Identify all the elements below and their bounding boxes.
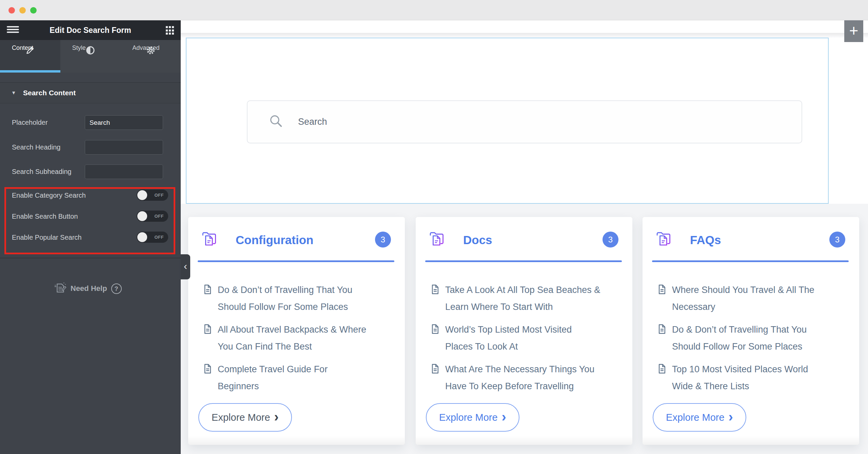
doc-page-icon bbox=[431, 364, 439, 395]
toggle-knob bbox=[137, 190, 147, 200]
doc-title: Take A Look At All Top Sea Beaches & Lea… bbox=[445, 281, 600, 315]
tab-style-label: Style bbox=[72, 42, 86, 54]
folder-docs-icon bbox=[201, 231, 219, 249]
contrast-icon bbox=[86, 46, 95, 55]
card-title[interactable]: Configuration bbox=[236, 231, 313, 249]
toggle-state: OFF bbox=[155, 190, 164, 201]
card-divider bbox=[652, 260, 849, 262]
tab-content[interactable]: Content bbox=[0, 40, 60, 73]
toggle-row-category-search: Enable Category Search OFF bbox=[0, 190, 181, 201]
doc-title: Complete Travel Guide For Beginners bbox=[218, 361, 328, 395]
chevron-left-icon: ‹ bbox=[184, 260, 187, 272]
card-divider bbox=[425, 260, 622, 262]
widgets-grid-icon[interactable] bbox=[166, 26, 175, 35]
window-minimize-button[interactable] bbox=[19, 7, 26, 14]
tab-content-label: Content bbox=[12, 42, 33, 54]
enable-popular-search-label: Enable Popular Search bbox=[12, 232, 82, 243]
need-help-link[interactable]: Need Help ? bbox=[54, 281, 122, 296]
panel-tabs: Content Style Advanced bbox=[0, 40, 181, 73]
doc-title: Top 10 Most Visited Places World Wide & … bbox=[672, 361, 808, 395]
placeholder-label: Placeholder bbox=[12, 115, 48, 130]
doc-list-item[interactable]: Top 10 Most Visited Places World Wide & … bbox=[658, 361, 848, 395]
doc-list: Take A Look At All Top Sea Beaches & Lea… bbox=[431, 281, 621, 400]
enable-category-search-toggle[interactable]: OFF bbox=[137, 190, 168, 201]
folder-docs-icon bbox=[655, 231, 674, 249]
enable-search-button-toggle[interactable]: OFF bbox=[137, 211, 168, 222]
document-pencil-icon bbox=[54, 282, 66, 295]
enable-search-button-label: Enable Search Button bbox=[12, 211, 78, 222]
add-section-button[interactable]: + bbox=[844, 20, 863, 42]
search-subheading-label: Search Subheading bbox=[12, 164, 72, 179]
search-placeholder-text: Search bbox=[298, 117, 327, 127]
folder-docs-icon bbox=[429, 231, 447, 249]
field-row-placeholder: Placeholder bbox=[0, 115, 181, 130]
doc-page-icon bbox=[658, 364, 666, 395]
doc-list-item[interactable]: World’s Top Listed Most Visited Places T… bbox=[431, 321, 621, 355]
search-heading-input[interactable] bbox=[85, 140, 163, 155]
chevron-right-icon: › bbox=[729, 409, 733, 425]
field-row-search-subheading: Search Subheading bbox=[0, 164, 181, 179]
doc-list-item[interactable]: Do & Don’t of Travelling That You Should… bbox=[658, 321, 848, 355]
doc-page-icon bbox=[204, 284, 212, 315]
enable-popular-search-toggle[interactable]: OFF bbox=[137, 232, 168, 243]
card-title[interactable]: Docs bbox=[463, 231, 492, 249]
doc-category-card-configuration: Configuration 3 Do & Don’t of Travelling… bbox=[188, 217, 405, 445]
doc-list: Do & Don’t of Travelling That You Should… bbox=[204, 281, 394, 400]
placeholder-input[interactable] bbox=[85, 115, 163, 130]
doc-search-input[interactable]: Search bbox=[247, 100, 802, 143]
doc-page-icon bbox=[431, 284, 439, 315]
search-heading-label: Search Heading bbox=[12, 140, 60, 155]
explore-more-button[interactable]: Explore More › bbox=[426, 403, 519, 432]
tab-advanced[interactable]: Advanced bbox=[120, 40, 181, 73]
explore-more-label: Explore More bbox=[666, 412, 724, 423]
toggle-state: OFF bbox=[155, 211, 164, 222]
window-title-bar bbox=[0, 0, 868, 20]
doc-page-icon bbox=[204, 364, 212, 395]
doc-list: Where Should You Travel & All The Necess… bbox=[658, 281, 848, 400]
doc-title: World’s Top Listed Most Visited Places T… bbox=[445, 321, 572, 355]
search-subheading-input[interactable] bbox=[85, 164, 163, 179]
card-title[interactable]: FAQs bbox=[690, 231, 721, 249]
window-close-button[interactable] bbox=[8, 7, 15, 14]
doc-list-item[interactable]: What Are The Necessary Things You Have T… bbox=[431, 361, 621, 395]
explore-more-button[interactable]: Explore More › bbox=[653, 403, 746, 432]
doc-page-icon bbox=[658, 284, 666, 315]
panel-title: Edit Doc Search Form bbox=[0, 20, 181, 40]
chevron-right-icon: › bbox=[274, 409, 279, 425]
toggle-state: OFF bbox=[155, 232, 164, 243]
doc-category-card-docs: Docs 3 Take A Look At All Top Sea Beache… bbox=[416, 217, 632, 445]
explore-more-button[interactable]: Explore More › bbox=[198, 403, 292, 432]
toggle-row-popular-search: Enable Popular Search OFF bbox=[0, 232, 181, 243]
canvas-top-shade bbox=[181, 33, 868, 38]
explore-more-label: Explore More bbox=[439, 412, 497, 423]
doc-count-badge: 3 bbox=[829, 232, 845, 248]
panel-collapse-handle[interactable]: ‹ bbox=[181, 254, 190, 279]
doc-list-item[interactable]: Take A Look At All Top Sea Beaches & Lea… bbox=[431, 281, 621, 315]
preview-canvas: Search + Configuration 3 Do & Don’t of T… bbox=[181, 20, 868, 454]
doc-page-icon bbox=[204, 324, 212, 355]
doc-list-item[interactable]: Complete Travel Guide For Beginners bbox=[204, 361, 394, 395]
doc-title: Do & Don’t of Travelling That You Should… bbox=[218, 281, 352, 315]
doc-list-item[interactable]: All About Travel Backpacks & Where You C… bbox=[204, 321, 394, 355]
section-title: Search Content bbox=[23, 83, 76, 103]
explore-more-label: Explore More bbox=[212, 412, 270, 423]
section-header-search-content[interactable]: ▾ Search Content bbox=[0, 82, 181, 103]
doc-count-badge: 3 bbox=[375, 232, 391, 248]
doc-count-badge: 3 bbox=[603, 232, 618, 248]
panel-divider bbox=[0, 258, 181, 258]
caret-down-icon: ▾ bbox=[12, 83, 15, 103]
chevron-right-icon: › bbox=[502, 409, 506, 425]
search-icon bbox=[269, 114, 283, 130]
toggle-knob bbox=[137, 211, 147, 221]
window-zoom-button[interactable] bbox=[30, 7, 37, 14]
tab-style[interactable]: Style bbox=[60, 40, 121, 73]
doc-title: All About Travel Backpacks & Where You C… bbox=[218, 321, 366, 355]
doc-list-item[interactable]: Do & Don’t of Travelling That You Should… bbox=[204, 281, 394, 315]
doc-title: Where Should You Travel & All The Necess… bbox=[672, 281, 814, 315]
doc-title: What Are The Necessary Things You Have T… bbox=[445, 361, 594, 395]
doc-list-item[interactable]: Where Should You Travel & All The Necess… bbox=[658, 281, 848, 315]
tab-advanced-label: Advanced bbox=[132, 42, 159, 54]
panel-header: Edit Doc Search Form bbox=[0, 20, 181, 40]
doc-page-icon bbox=[431, 324, 439, 355]
need-help-label: Need Help bbox=[71, 284, 107, 293]
